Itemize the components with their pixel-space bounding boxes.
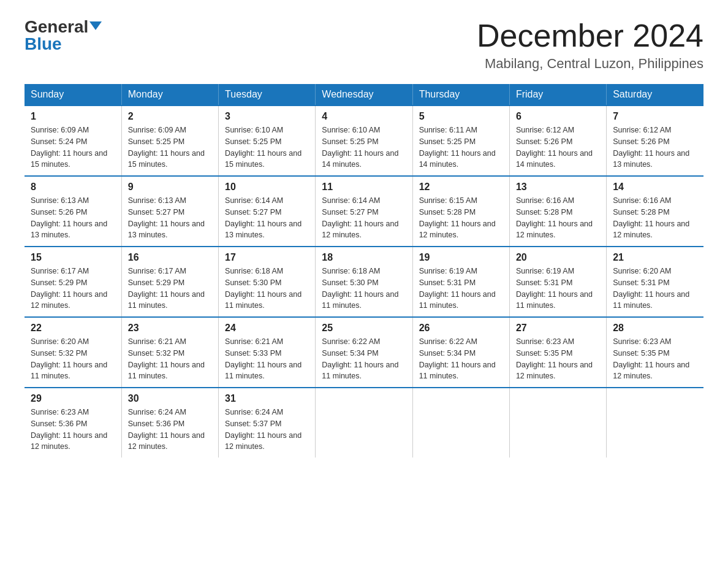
day-number: 23 (128, 323, 212, 334)
calendar-cell (607, 388, 703, 458)
day-info: Sunrise: 6:21 AMSunset: 5:32 PMDaylight:… (128, 336, 212, 382)
header-cell-monday: Monday (121, 84, 218, 105)
day-info: Sunrise: 6:16 AMSunset: 5:28 PMDaylight:… (516, 195, 600, 241)
logo-general-text: General (25, 18, 88, 36)
day-number: 21 (613, 252, 697, 263)
calendar-cell: 24 Sunrise: 6:21 AMSunset: 5:33 PMDaylig… (219, 317, 316, 388)
day-info: Sunrise: 6:19 AMSunset: 5:31 PMDaylight:… (419, 266, 503, 312)
day-info: Sunrise: 6:11 AMSunset: 5:25 PMDaylight:… (419, 124, 503, 170)
calendar-week-3: 15 Sunrise: 6:17 AMSunset: 5:29 PMDaylig… (25, 247, 703, 317)
day-info: Sunrise: 6:10 AMSunset: 5:25 PMDaylight:… (225, 124, 309, 170)
location-text: Mabilang, Central Luzon, Philippines (477, 56, 703, 72)
header-row: SundayMondayTuesdayWednesdayThursdayFrid… (25, 84, 703, 105)
day-number: 11 (322, 182, 406, 193)
calendar-cell: 17 Sunrise: 6:18 AMSunset: 5:30 PMDaylig… (219, 247, 316, 317)
calendar-cell: 11 Sunrise: 6:14 AMSunset: 5:27 PMDaylig… (316, 176, 412, 247)
calendar-cell: 2 Sunrise: 6:09 AMSunset: 5:25 PMDayligh… (121, 105, 218, 176)
calendar-week-1: 1 Sunrise: 6:09 AMSunset: 5:24 PMDayligh… (25, 105, 703, 176)
day-info: Sunrise: 6:23 AMSunset: 5:36 PMDaylight:… (31, 407, 115, 453)
day-info: Sunrise: 6:24 AMSunset: 5:36 PMDaylight:… (128, 407, 212, 453)
calendar-cell: 28 Sunrise: 6:23 AMSunset: 5:35 PMDaylig… (607, 317, 703, 388)
day-number: 15 (31, 252, 115, 263)
day-info: Sunrise: 6:12 AMSunset: 5:26 PMDaylight:… (516, 124, 600, 170)
month-title: December 2024 (477, 18, 703, 53)
day-number: 26 (419, 323, 503, 334)
day-info: Sunrise: 6:22 AMSunset: 5:34 PMDaylight:… (322, 336, 406, 382)
day-info: Sunrise: 6:13 AMSunset: 5:27 PMDaylight:… (128, 195, 212, 241)
calendar-cell: 20 Sunrise: 6:19 AMSunset: 5:31 PMDaylig… (509, 247, 606, 317)
day-number: 10 (225, 182, 309, 193)
day-number: 12 (419, 182, 503, 193)
day-number: 6 (516, 111, 600, 122)
calendar-cell (316, 388, 412, 458)
header-cell-sunday: Sunday (25, 84, 121, 105)
calendar-cell: 22 Sunrise: 6:20 AMSunset: 5:32 PMDaylig… (25, 317, 121, 388)
header-cell-thursday: Thursday (412, 84, 509, 105)
calendar-body: 1 Sunrise: 6:09 AMSunset: 5:24 PMDayligh… (25, 105, 703, 458)
page-header: General Blue December 2024 Mabilang, Cen… (25, 18, 703, 72)
day-number: 17 (225, 252, 309, 263)
calendar-cell: 8 Sunrise: 6:13 AMSunset: 5:26 PMDayligh… (25, 176, 121, 247)
day-number: 3 (225, 111, 309, 122)
day-number: 14 (613, 182, 697, 193)
calendar-week-2: 8 Sunrise: 6:13 AMSunset: 5:26 PMDayligh… (25, 176, 703, 247)
logo-triangle-icon (89, 21, 102, 30)
header-cell-tuesday: Tuesday (219, 84, 316, 105)
day-info: Sunrise: 6:18 AMSunset: 5:30 PMDaylight:… (322, 266, 406, 312)
day-info: Sunrise: 6:16 AMSunset: 5:28 PMDaylight:… (613, 195, 697, 241)
day-info: Sunrise: 6:15 AMSunset: 5:28 PMDaylight:… (419, 195, 503, 241)
calendar-cell: 15 Sunrise: 6:17 AMSunset: 5:29 PMDaylig… (25, 247, 121, 317)
logo-blue-text: Blue (25, 36, 62, 53)
calendar-week-5: 29 Sunrise: 6:23 AMSunset: 5:36 PMDaylig… (25, 388, 703, 458)
day-number: 2 (128, 111, 212, 122)
calendar-table: SundayMondayTuesdayWednesdayThursdayFrid… (25, 84, 703, 458)
day-info: Sunrise: 6:17 AMSunset: 5:29 PMDaylight:… (128, 266, 212, 312)
day-info: Sunrise: 6:19 AMSunset: 5:31 PMDaylight:… (516, 266, 600, 312)
day-number: 9 (128, 182, 212, 193)
day-number: 27 (516, 323, 600, 334)
calendar-cell: 29 Sunrise: 6:23 AMSunset: 5:36 PMDaylig… (25, 388, 121, 458)
calendar-cell: 4 Sunrise: 6:10 AMSunset: 5:25 PMDayligh… (316, 105, 412, 176)
day-number: 1 (31, 111, 115, 122)
calendar-cell: 31 Sunrise: 6:24 AMSunset: 5:37 PMDaylig… (219, 388, 316, 458)
day-number: 30 (128, 393, 212, 404)
day-number: 25 (322, 323, 406, 334)
calendar-cell: 13 Sunrise: 6:16 AMSunset: 5:28 PMDaylig… (509, 176, 606, 247)
calendar-cell: 9 Sunrise: 6:13 AMSunset: 5:27 PMDayligh… (121, 176, 218, 247)
day-number: 31 (225, 393, 309, 404)
day-info: Sunrise: 6:12 AMSunset: 5:26 PMDaylight:… (613, 124, 697, 170)
day-info: Sunrise: 6:14 AMSunset: 5:27 PMDaylight:… (225, 195, 309, 241)
header-cell-friday: Friday (509, 84, 606, 105)
day-info: Sunrise: 6:18 AMSunset: 5:30 PMDaylight:… (225, 266, 309, 312)
day-number: 29 (31, 393, 115, 404)
calendar-cell: 19 Sunrise: 6:19 AMSunset: 5:31 PMDaylig… (412, 247, 509, 317)
calendar-header: SundayMondayTuesdayWednesdayThursdayFrid… (25, 84, 703, 105)
day-info: Sunrise: 6:21 AMSunset: 5:33 PMDaylight:… (225, 336, 309, 382)
calendar-cell: 23 Sunrise: 6:21 AMSunset: 5:32 PMDaylig… (121, 317, 218, 388)
calendar-cell: 1 Sunrise: 6:09 AMSunset: 5:24 PMDayligh… (25, 105, 121, 176)
calendar-week-4: 22 Sunrise: 6:20 AMSunset: 5:32 PMDaylig… (25, 317, 703, 388)
day-number: 16 (128, 252, 212, 263)
day-number: 19 (419, 252, 503, 263)
day-number: 5 (419, 111, 503, 122)
calendar-cell: 25 Sunrise: 6:22 AMSunset: 5:34 PMDaylig… (316, 317, 412, 388)
calendar-cell (509, 388, 606, 458)
calendar-cell (412, 388, 509, 458)
calendar-cell: 21 Sunrise: 6:20 AMSunset: 5:31 PMDaylig… (607, 247, 703, 317)
calendar-cell: 26 Sunrise: 6:22 AMSunset: 5:34 PMDaylig… (412, 317, 509, 388)
calendar-cell: 16 Sunrise: 6:17 AMSunset: 5:29 PMDaylig… (121, 247, 218, 317)
calendar-cell: 12 Sunrise: 6:15 AMSunset: 5:28 PMDaylig… (412, 176, 509, 247)
day-info: Sunrise: 6:09 AMSunset: 5:24 PMDaylight:… (31, 124, 115, 170)
day-number: 24 (225, 323, 309, 334)
calendar-cell: 27 Sunrise: 6:23 AMSunset: 5:35 PMDaylig… (509, 317, 606, 388)
day-info: Sunrise: 6:09 AMSunset: 5:25 PMDaylight:… (128, 124, 212, 170)
day-number: 18 (322, 252, 406, 263)
logo: General Blue (25, 18, 102, 53)
day-info: Sunrise: 6:20 AMSunset: 5:32 PMDaylight:… (31, 336, 115, 382)
title-section: December 2024 Mabilang, Central Luzon, P… (477, 18, 703, 72)
day-number: 28 (613, 323, 697, 334)
day-number: 8 (31, 182, 115, 193)
day-info: Sunrise: 6:14 AMSunset: 5:27 PMDaylight:… (322, 195, 406, 241)
day-info: Sunrise: 6:23 AMSunset: 5:35 PMDaylight:… (516, 336, 600, 382)
day-info: Sunrise: 6:24 AMSunset: 5:37 PMDaylight:… (225, 407, 309, 453)
